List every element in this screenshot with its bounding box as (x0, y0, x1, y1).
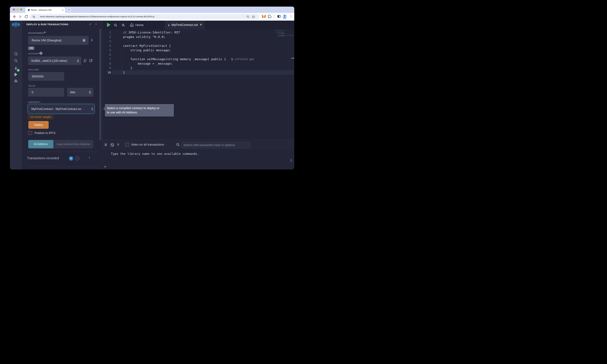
gas-limit-value: 3000000 (32, 75, 43, 78)
environment-info-icon[interactable]: i (91, 38, 92, 42)
line-number: 8 (102, 61, 111, 66)
at-address-placeholder: Load contract from Address (57, 143, 90, 145)
remix-logo-icon[interactable] (11, 22, 20, 28)
zoom-in-icon[interactable] (121, 23, 125, 27)
compile-success-badge-icon (16, 69, 20, 72)
copy-account-icon[interactable] (83, 59, 87, 63)
editor-scrollbar[interactable] (291, 58, 294, 59)
solidity-file-icon (168, 24, 170, 26)
compile-check-icon: ✓ (89, 22, 92, 26)
environment-stepper-icon[interactable] (82, 39, 86, 42)
site-settings-icon[interactable] (32, 15, 36, 18)
line-number: 2 (102, 35, 111, 39)
editor-minimap[interactable]: // SPDX-License-Identifier: MITpragma so… (276, 30, 292, 38)
value-unit-select[interactable]: Wei (67, 88, 93, 97)
browser-tab[interactable]: Remix - Ethereum IDE × (26, 7, 65, 13)
tab-home[interactable]: Home (135, 23, 144, 27)
clear-console-ban-icon[interactable] (110, 143, 114, 147)
transactions-info-icon[interactable]: i (75, 156, 79, 160)
panel-scrollbar[interactable] (99, 28, 101, 141)
code-line: string public message; (123, 48, 226, 52)
url-text: remix.ethereum.org/#lang=en&optimize=fal… (40, 15, 155, 18)
maximize-window-button[interactable] (20, 8, 22, 11)
code-lines: // SPDX-License-Identifier: MITpragma so… (123, 30, 226, 75)
reload-icon[interactable] (24, 14, 28, 19)
back-icon[interactable] (12, 14, 16, 19)
panel-title: DEPLOY & RUN TRANSACTIONS (26, 23, 68, 26)
transactions-recorded-label: Transactions recorded (27, 156, 59, 160)
unit-stepper-icon[interactable] (89, 91, 91, 94)
side-panel-icon[interactable] (277, 14, 281, 18)
contract-select-tooltip: Select a compiled contract to deploy or … (105, 104, 174, 117)
deploy-run-icon[interactable] (14, 73, 18, 77)
gas-annotation-text: infinite gas (235, 58, 254, 61)
at-address-input[interactable]: Load contract from Address (53, 140, 93, 148)
url-bar[interactable]: remix.ethereum.org/#lang=en&optimize=fal… (30, 14, 260, 19)
account-value: 0x5B3...eddC4 (100 ether) (31, 59, 67, 63)
terminal-scrollbar[interactable] (290, 159, 292, 162)
line-number: 5 (102, 48, 111, 52)
close-tab-icon[interactable]: × (62, 9, 64, 11)
account-stepper-icon[interactable] (77, 59, 79, 62)
value-value: 0 (32, 91, 33, 94)
code-line (123, 39, 226, 43)
terminal-search-icon (176, 143, 180, 146)
code-line: function setMessage(string memory _messa… (123, 57, 226, 61)
code-line: } (123, 70, 226, 75)
evm-version-badge: evm version: shanghai (28, 115, 53, 119)
at-address-button[interactable]: At Address (28, 140, 53, 148)
bookmark-star-icon[interactable] (252, 15, 255, 18)
metamask-extension-icon[interactable] (262, 14, 266, 19)
environment-value: Remix VM (Shanghai) (32, 39, 62, 42)
deploy-button[interactable]: Deploy (28, 121, 49, 129)
contract-stepper-icon[interactable] (91, 107, 93, 110)
collapse-terminal-icon[interactable] (104, 143, 108, 147)
listen-transactions-label: listen on all transactions (132, 143, 164, 146)
minimize-window-button[interactable] (16, 8, 19, 11)
account-select[interactable]: 0x5B3...eddC4 (100 ether) (28, 57, 81, 65)
transactions-expand-chevron-icon[interactable]: › (89, 156, 90, 159)
line-number: 4 (102, 43, 111, 48)
gas-limit-input[interactable]: 3000000 (28, 72, 64, 81)
value-unit: Wei (70, 91, 75, 94)
tab-myfirstcontract[interactable]: MyFirstContract.sol × (165, 21, 205, 29)
publish-ipfs-label: Publish to IPFS (35, 131, 56, 135)
remix-favicon-icon (27, 9, 30, 12)
indent-guide (121, 48, 122, 70)
gas-pump-icon (231, 58, 234, 61)
file-explorer-icon[interactable] (14, 52, 18, 56)
hide-panel-chevron-icon[interactable]: › (95, 22, 96, 26)
add-account-icon[interactable] (40, 52, 42, 55)
terminal-prompt: > (104, 165, 106, 169)
zoom-page-icon[interactable] (246, 15, 250, 18)
extensions-puzzle-icon[interactable] (268, 14, 272, 18)
tooltip-line1: Select a compiled contract to deploy or (107, 106, 172, 110)
terminal-count: 0 (117, 143, 119, 146)
icon-sidebar (10, 21, 22, 169)
contract-select[interactable]: MyFirstContract - MyFirstContract.so (28, 104, 94, 114)
terminal-output[interactable]: Type the library name to see available c… (102, 150, 294, 169)
editor-tab-bar: Home MyFirstContract.sol × (102, 21, 294, 29)
edit-account-icon[interactable] (89, 59, 93, 62)
home-icon[interactable] (130, 23, 134, 27)
browser-menu-kebab-icon[interactable] (289, 14, 293, 18)
line-numbers-gutter: 12345678910 (102, 30, 111, 75)
code-editor[interactable]: 12345678910 // SPDX-License-Identifier: … (102, 29, 294, 140)
listen-transactions-checkbox[interactable] (125, 143, 129, 146)
search-icon[interactable] (14, 59, 18, 63)
profile-avatar[interactable] (282, 14, 287, 19)
line-number: 10 (102, 70, 111, 75)
close-file-icon[interactable]: × (200, 23, 202, 26)
run-script-play-icon[interactable] (107, 23, 110, 27)
close-window-button[interactable] (13, 8, 15, 11)
new-tab-button[interactable]: + (67, 8, 71, 12)
environment-select[interactable]: Remix VM (Shanghai) (28, 36, 89, 45)
debugger-bug-icon[interactable] (14, 79, 18, 83)
forward-icon[interactable] (18, 14, 22, 19)
terminal-welcome-text: Type the library name to see available c… (111, 152, 199, 156)
publish-ipfs-checkbox[interactable] (28, 131, 32, 135)
value-input[interactable]: 0 (28, 88, 64, 97)
terminal-search-input[interactable]: Search with transaction hash or address (181, 142, 251, 148)
zoom-out-icon[interactable] (114, 23, 118, 27)
line-number: 9 (102, 66, 111, 70)
